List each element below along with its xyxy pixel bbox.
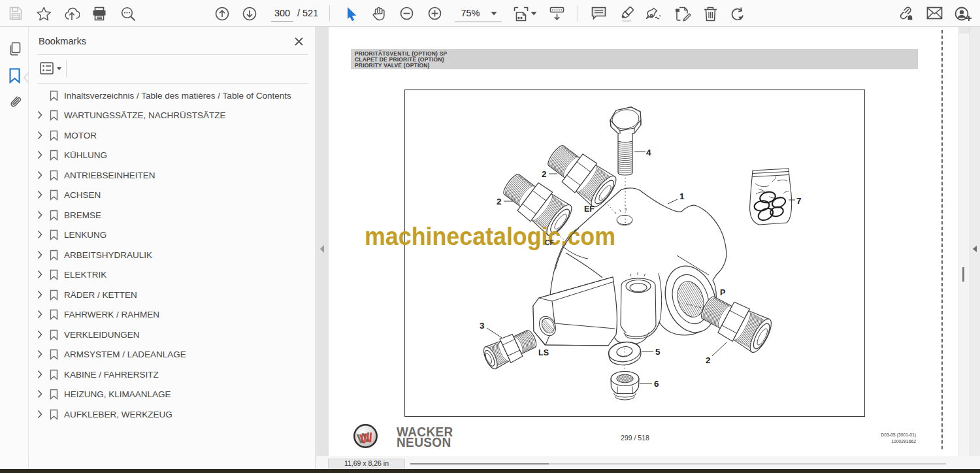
svg-text:P: P	[720, 288, 725, 297]
svg-text:W: W	[359, 429, 374, 446]
svg-text:2: 2	[706, 355, 711, 365]
svg-text:EF: EF	[584, 204, 595, 214]
svg-text:2: 2	[542, 169, 547, 179]
svg-text:6: 6	[654, 379, 659, 389]
svg-text:CF: CF	[545, 238, 555, 246]
svg-text:5: 5	[655, 347, 661, 357]
svg-text:4: 4	[646, 148, 651, 157]
svg-text:machinecatalogic.com: machinecatalogic.com	[365, 222, 615, 250]
svg-text:1: 1	[679, 191, 685, 201]
svg-text:3: 3	[480, 321, 485, 331]
svg-text:LS: LS	[538, 348, 549, 357]
svg-text:7: 7	[796, 196, 802, 206]
svg-text:2: 2	[497, 197, 502, 206]
